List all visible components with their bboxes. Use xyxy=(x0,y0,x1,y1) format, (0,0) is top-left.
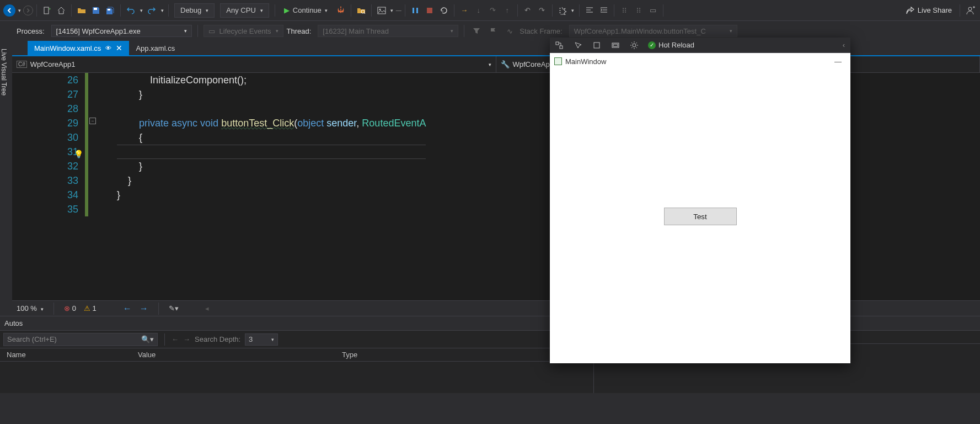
comment-icon[interactable]: ⁝⁝ xyxy=(618,4,631,17)
step-out-icon[interactable]: ↑ xyxy=(501,4,514,17)
zoom-select[interactable]: 100 % ▾ xyxy=(17,304,44,312)
tab-app[interactable]: App.xaml.cs xyxy=(129,41,181,55)
step-over-icon[interactable]: ↷ xyxy=(486,4,500,17)
open-folder-icon[interactable] xyxy=(75,4,88,17)
user-icon[interactable] xyxy=(963,4,977,17)
tab-mainwindow[interactable]: MainWindow.xaml.cs 👁 ✕ xyxy=(28,41,129,55)
lightbulb-icon[interactable]: 💡 xyxy=(74,147,83,161)
app-body: Test xyxy=(550,70,850,363)
step-into-icon[interactable]: ↓ xyxy=(472,4,485,17)
collapse-icon[interactable]: ‹ xyxy=(837,41,850,49)
class-icon: 🔧 xyxy=(501,60,510,68)
live-share-button[interactable]: Live Share xyxy=(901,6,956,15)
new-file-icon[interactable] xyxy=(40,4,53,17)
track-focus-icon[interactable] xyxy=(606,38,625,53)
process-select[interactable]: [14156] WpfCoreApp1.exe▾ xyxy=(51,25,192,37)
dropdown-icon[interactable]: ▾ xyxy=(17,8,22,13)
intellicode-icon[interactable] xyxy=(556,4,569,17)
stop-icon[interactable] xyxy=(423,4,436,17)
tab-label: MainWindow.xaml.cs xyxy=(34,44,101,52)
col-name[interactable]: Name xyxy=(0,351,138,359)
flag-icon[interactable] xyxy=(486,24,500,38)
tab-label: App.xaml.cs xyxy=(136,44,175,52)
save-icon[interactable] xyxy=(89,4,103,17)
dropdown-icon[interactable]: ▾ xyxy=(138,8,144,13)
svg-rect-4 xyxy=(378,7,385,14)
uncomment-icon[interactable]: ⁝⁝ xyxy=(632,4,645,17)
hot-reload-status[interactable]: ✓ Hot Reload xyxy=(644,41,699,49)
app-titlebar[interactable]: MainWindow — xyxy=(550,53,850,70)
undo-local-icon[interactable]: ↶ xyxy=(521,4,534,17)
show-next-icon[interactable]: → xyxy=(458,4,471,17)
search-placeholder: Search (Ctrl+E) xyxy=(7,335,57,343)
dropdown-icon[interactable]: ▾ xyxy=(159,8,165,13)
debug-overlay-toolbar: ✓ Hot Reload ‹ xyxy=(550,38,850,53)
change-indicator xyxy=(85,73,88,216)
process-label: Process: xyxy=(17,27,45,35)
dropdown-icon[interactable]: ▾ xyxy=(389,8,395,13)
prev-issue-icon[interactable]: ← xyxy=(123,304,132,314)
pause-icon[interactable] xyxy=(409,4,422,17)
continue-button[interactable]: ▶Continue▾ xyxy=(279,3,333,18)
nav-project-label: WpfCoreApp1 xyxy=(30,60,76,68)
svg-point-15 xyxy=(633,44,636,47)
image-icon[interactable] xyxy=(375,4,388,17)
svg-rect-8 xyxy=(427,8,432,13)
col-type[interactable]: Type xyxy=(342,351,583,359)
autos-search[interactable]: Search (Ctrl+E) 🔍▾ xyxy=(3,333,158,346)
find-in-files-icon[interactable] xyxy=(355,4,368,17)
undo-icon[interactable] xyxy=(124,4,137,17)
config-select[interactable]: Debug▾ xyxy=(174,3,215,18)
redo-local-icon[interactable]: ↷ xyxy=(535,4,549,17)
indent-icon[interactable] xyxy=(597,4,611,17)
filter-icon[interactable] xyxy=(470,24,483,38)
layout-adorners-icon[interactable] xyxy=(587,38,606,53)
side-panel-live-visual-tree[interactable]: Live Visual Tree xyxy=(0,41,12,316)
search-icon[interactable]: 🔍▾ xyxy=(141,335,154,343)
brush-icon[interactable]: ✎▾ xyxy=(169,304,179,312)
col-value[interactable]: Value xyxy=(138,351,342,359)
back-icon[interactable]: ← xyxy=(172,335,179,343)
csharp-icon: C# xyxy=(17,61,27,68)
next-issue-icon[interactable]: → xyxy=(140,304,148,314)
app-title: MainWindow xyxy=(565,57,606,66)
warnings-count[interactable]: ⚠ 1 xyxy=(84,304,97,312)
running-app-window[interactable]: ✓ Hot Reload ‹ MainWindow — Test xyxy=(550,38,850,363)
home-icon[interactable] xyxy=(55,4,68,17)
panel-title-label: Autos xyxy=(4,319,23,327)
restart-icon[interactable] xyxy=(437,4,451,17)
settings-icon[interactable] xyxy=(625,38,644,53)
platform-select[interactable]: Any CPU▾ xyxy=(220,3,269,18)
svg-rect-6 xyxy=(413,8,414,13)
align-icon[interactable] xyxy=(583,4,596,17)
select-element-icon[interactable] xyxy=(569,38,587,53)
visual-tree-icon[interactable] xyxy=(550,38,569,53)
stack-select[interactable]: WpfCoreApp1.MainWindow.buttonTest_C▾ xyxy=(569,25,737,37)
thread-label: Thread: xyxy=(287,27,312,35)
lifecycle-select[interactable]: ▭Lifecycle Events▾ xyxy=(204,25,283,37)
autos-columns: Name Value Type ▴ xyxy=(0,348,593,362)
minimize-icon[interactable]: — xyxy=(830,57,846,66)
hot-reload-icon[interactable] xyxy=(334,4,347,17)
svg-rect-11 xyxy=(560,46,563,49)
threads-icon[interactable]: ∿ xyxy=(503,24,516,38)
dropdown-icon[interactable]: ▾ xyxy=(570,8,576,13)
close-icon[interactable]: ✕ xyxy=(116,44,122,52)
thread-select[interactable]: [16232] Main Thread▾ xyxy=(318,25,458,37)
scroll-left-icon[interactable]: ◂ xyxy=(205,304,209,312)
depth-select[interactable]: 3▾ xyxy=(245,333,278,346)
save-all-icon[interactable] xyxy=(104,4,117,17)
check-icon: ✓ xyxy=(648,41,656,49)
nav-project[interactable]: C# WpfCoreApp1 ▾ xyxy=(12,56,496,72)
pin-icon[interactable]: 👁 xyxy=(105,45,111,51)
fold-toggle[interactable]: − xyxy=(89,118,96,124)
fwd-icon[interactable]: → xyxy=(183,335,190,343)
test-button[interactable]: Test xyxy=(664,208,737,225)
depth-label: Search Depth: xyxy=(195,335,240,343)
svg-point-5 xyxy=(379,8,381,10)
nav-fwd-icon[interactable] xyxy=(23,6,33,15)
redo-icon[interactable] xyxy=(145,4,158,17)
errors-count[interactable]: ⊗ 0 xyxy=(64,304,76,312)
nav-back-icon[interactable] xyxy=(3,4,15,17)
bookmark-icon[interactable]: ▭ xyxy=(646,4,660,17)
